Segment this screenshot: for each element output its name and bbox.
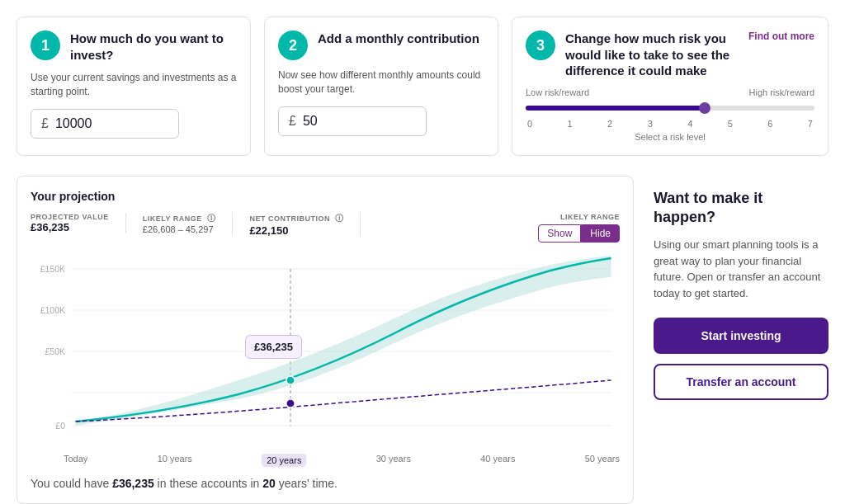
high-risk-label: High risk/reward [749,87,814,97]
step-2-card: 2 Add a monthly contribution Now see how… [264,16,498,156]
bottom-years: 20 [262,477,276,490]
x-label-10: 10 years [158,454,192,467]
step-1-number: 1 [31,31,60,60]
step-2-title: Add a monthly contribution [318,31,479,47]
risk-labels: Low risk/reward High risk/reward [526,87,814,97]
svg-point-11 [286,399,295,407]
show-toggle-btn[interactable]: Show [538,224,581,243]
likely-range-header: LIKELY RANGE [538,213,620,221]
svg-point-10 [286,376,295,384]
step-3-header: 3 Change how much risk you would like to… [526,31,814,79]
right-panel-desc: Using our smart planning tools is a grea… [654,237,828,301]
step-2-input-group: £ [278,106,427,136]
stats-row: PROJECTED VALUE £36,235 LIKELY RANGE ⓘ £… [31,213,620,243]
right-panel: Want to make it happen? Using our smart … [647,176,828,504]
steps-row: 1 How much do you want to invest? Use yo… [17,16,828,156]
transfer-account-button[interactable]: Transfer an account [654,364,828,400]
net-contrib-info-icon[interactable]: ⓘ [335,214,344,223]
net-contrib-label: NET CONTRIBUTION ⓘ [249,213,343,224]
hide-toggle-btn[interactable]: Hide [581,224,620,243]
likely-range-info-icon[interactable]: ⓘ [207,214,216,223]
net-contrib-value: £22,150 [249,224,343,237]
projection-title: Your projection [31,190,620,203]
slider-fill [526,106,705,111]
bottom-text-mid: in these accounts in [154,477,263,490]
likely-range-label: LIKELY RANGE ⓘ [143,213,216,224]
chart-tooltip: £36,235 [245,335,302,359]
likely-range-value: £26,608 – 45,297 [143,224,216,234]
projection-panel: Your projection PROJECTED VALUE £36,235 … [17,176,634,504]
step-2-number: 2 [278,31,308,60]
risk-slider-track[interactable] [526,106,814,111]
monthly-contrib-input[interactable] [303,114,416,129]
select-risk-label: Select a risk level [526,132,814,142]
svg-text:£100K: £100K [40,306,66,315]
right-panel-title: Want to make it happen? [654,189,828,228]
projected-value-label: PROJECTED VALUE [31,213,109,221]
projected-value-stat: PROJECTED VALUE £36,235 [31,213,126,233]
likely-range-toggle: LIKELY RANGE Show Hide [538,213,620,243]
step-2-header: 2 Add a monthly contribution [278,31,484,60]
toggle-buttons: Show Hide [538,224,620,243]
step-1-currency: £ [41,116,49,131]
chart-area: £150K £100K £50K £0 [31,252,620,450]
likely-range-stat: LIKELY RANGE ⓘ £26,608 – 45,297 [143,213,234,234]
x-label-30: 30 years [376,454,411,467]
invest-amount-input[interactable] [55,116,168,131]
step-1-title: How much do you want to invest? [70,31,237,63]
step-1-input-group: £ [31,109,179,139]
x-label-40: 40 years [480,454,515,467]
x-axis-labels: Today 10 years 20 years 30 years 40 year… [31,450,620,467]
x-label-50: 50 years [585,454,620,467]
svg-text:£50K: £50K [45,347,65,356]
bottom-projected-value: £36,235 [112,477,154,490]
svg-text:£0: £0 [55,422,65,431]
svg-text:£150K: £150K [40,265,66,274]
step-3-number: 3 [526,31,555,60]
slider-ticks: 0 1 2 3 4 5 6 7 [526,119,814,129]
low-risk-label: Low risk/reward [526,87,589,97]
step-1-card: 1 How much do you want to invest? Use yo… [17,16,251,156]
net-contrib-stat: NET CONTRIBUTION ⓘ £22,150 [249,213,361,237]
bottom-text-prefix: You could have [31,477,112,490]
step-3-title: Change how much risk you would like to t… [565,31,732,79]
step-1-desc: Use your current savings and investments… [31,71,237,99]
step-1-header: 1 How much do you want to invest? [31,31,237,63]
slider-thumb[interactable] [699,102,710,114]
start-investing-button[interactable]: Start investing [654,318,828,354]
main-row: Your projection PROJECTED VALUE £36,235 … [17,176,828,504]
find-out-more-link[interactable]: Find out more [748,31,814,42]
step-2-desc: Now see how different monthly amounts co… [278,68,484,97]
projected-value: £36,235 [31,221,109,233]
x-label-today: Today [64,454,87,467]
projection-chart: £150K £100K £50K £0 [31,252,620,450]
step-3-card: 3 Change how much risk you would like to… [512,16,828,156]
x-label-20[interactable]: 20 years [262,454,306,467]
bottom-text-suffix: years' time. [276,477,338,490]
bottom-text: You could have £36,235 in these accounts… [31,477,620,490]
step-2-currency: £ [289,114,296,129]
